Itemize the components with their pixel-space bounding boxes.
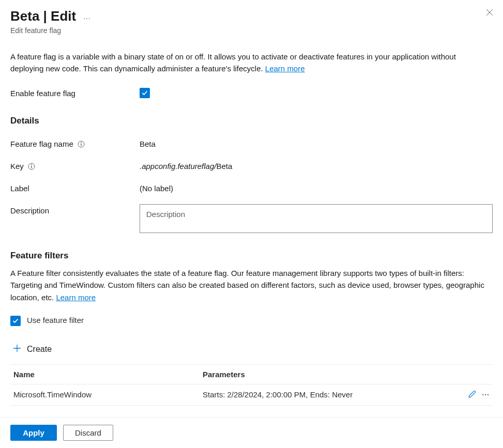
filters-learn-more-link[interactable]: Learn more — [56, 293, 96, 302]
enable-label: Enable feature flag — [10, 87, 140, 98]
footer-bar: Apply Discard — [0, 417, 503, 448]
filters-heading: Feature filters — [10, 251, 493, 261]
enable-checkbox[interactable] — [140, 88, 150, 98]
filter-name-cell: Microsoft.TimeWindow — [11, 390, 192, 399]
intro-text: A feature flag is a variable with a bina… — [10, 51, 486, 74]
apply-button[interactable]: Apply — [10, 425, 57, 441]
edit-filter-icon[interactable] — [468, 390, 477, 400]
col-name-header: Name — [11, 370, 192, 379]
table-row: Microsoft.TimeWindow Starts: 2/28/2024, … — [10, 384, 493, 406]
create-label: Create — [27, 345, 52, 354]
use-filter-checkbox[interactable] — [10, 316, 21, 326]
label-label: Label — [10, 182, 140, 193]
key-value: .appconfig.featureflag/Beta — [140, 160, 493, 171]
svg-rect-5 — [31, 166, 32, 168]
filter-params-cell: Starts: 2/28/2024, 2:00:00 PM, Ends: Nev… — [192, 390, 455, 399]
check-icon — [12, 317, 19, 325]
table-header: Name Parameters — [10, 365, 493, 384]
intro-learn-more-link[interactable]: Learn more — [265, 64, 305, 73]
svg-point-4 — [31, 164, 32, 165]
details-heading: Details — [10, 116, 493, 126]
col-params-header: Parameters — [192, 370, 455, 379]
create-filter-button[interactable]: Create — [12, 344, 52, 355]
page-title: Beta | Edit — [10, 8, 76, 24]
label-row: Label (No label) — [10, 182, 493, 193]
info-icon[interactable] — [28, 163, 35, 170]
page-subtitle: Edit feature flag — [10, 26, 493, 35]
check-icon — [141, 89, 148, 97]
description-input[interactable] — [140, 204, 493, 233]
key-label: Key — [10, 162, 24, 171]
label-value: (No label) — [140, 182, 493, 193]
enable-row: Enable feature flag — [10, 87, 493, 98]
row-more-icon[interactable]: ··· — [482, 391, 490, 399]
use-filter-row: Use feature filter — [10, 315, 493, 326]
name-label: Feature flag name — [10, 140, 73, 148]
description-label: Description — [10, 204, 140, 215]
svg-rect-2 — [81, 144, 81, 146]
info-icon[interactable] — [78, 141, 85, 148]
use-filter-label: Use feature filter — [27, 316, 84, 325]
filters-table: Name Parameters Microsoft.TimeWindow Sta… — [10, 364, 493, 406]
svg-point-1 — [81, 142, 82, 143]
filters-intro: A Feature filter consistently evaluates … — [10, 267, 486, 303]
more-actions-icon[interactable]: ··· — [83, 14, 91, 22]
plus-icon — [12, 344, 22, 355]
key-row: Key .appconfig.featureflag/Beta — [10, 160, 493, 171]
close-button[interactable] — [485, 8, 494, 17]
name-value: Beta — [140, 137, 493, 148]
description-row: Description — [10, 204, 493, 233]
discard-button[interactable]: Discard — [63, 425, 113, 441]
name-row: Feature flag name Beta — [10, 137, 493, 148]
